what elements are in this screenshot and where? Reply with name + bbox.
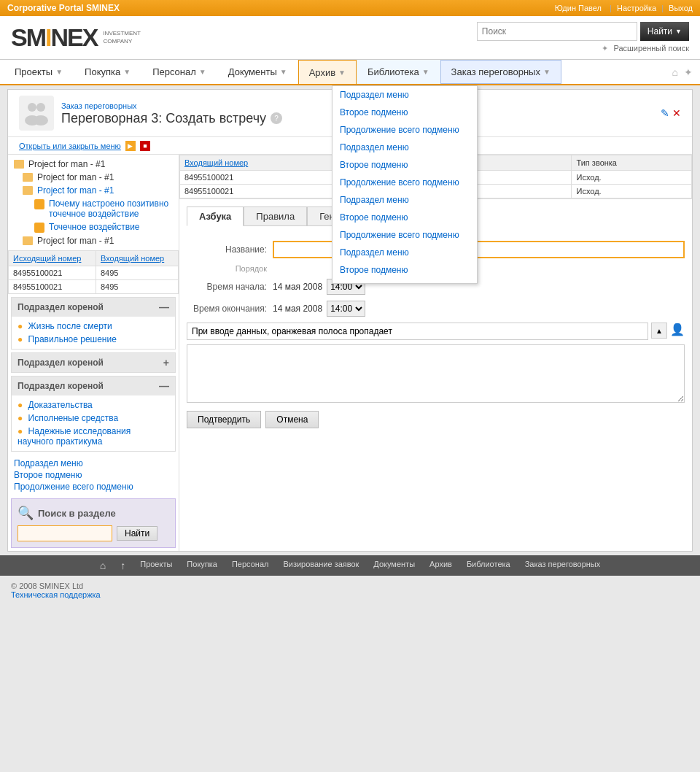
- tree-item-1[interactable]: Project for man - #1: [8, 171, 179, 184]
- confirm-button[interactable]: Подтвердить: [187, 411, 261, 428]
- footer-link-archive[interactable]: Архив: [429, 560, 452, 571]
- dropdown-item-11[interactable]: Продолжение всего подменю: [332, 279, 477, 283]
- calls-table: Исходящий номер Входящий номер 849551000…: [8, 250, 179, 294]
- hint-btn-up[interactable]: ▲: [651, 323, 667, 339]
- section-header-2: Подраздел кореной —: [12, 377, 175, 395]
- settings-icon[interactable]: ✦: [684, 66, 693, 78]
- name-label: Название:: [187, 244, 267, 255]
- tree-item-5[interactable]: Project for man - #1: [8, 234, 179, 247]
- search-section-icon: 🔍: [18, 505, 34, 521]
- support-link[interactable]: Техническая поддержка: [11, 590, 101, 599]
- footer-link-documents[interactable]: Документы: [373, 560, 415, 571]
- col-incoming-right: Входящий номер: [180, 155, 356, 171]
- nav-item-archive[interactable]: Архив ▼: [298, 60, 357, 84]
- section-link-0-0: ● Жизнь после смерти: [18, 320, 169, 333]
- section-content-0: ● Жизнь после смерти ● Правильное решени…: [12, 317, 175, 349]
- end-date: 14 мая 2008: [273, 304, 322, 314]
- nav-arrow-documents: ▼: [280, 68, 287, 76]
- menu-toggle-link[interactable]: Открыть или закрыть меню: [19, 142, 121, 150]
- end-time-select[interactable]: 14:00 14:30 15:00 15:30 16:00: [327, 301, 365, 317]
- nav-arrow-purchase: ▼: [123, 68, 131, 76]
- dropdown-item-1[interactable]: Второе подменю: [332, 104, 477, 121]
- menu-link-0[interactable]: Подраздел меню: [14, 458, 173, 469]
- hint-icon[interactable]: 👤: [670, 323, 685, 336]
- hint-input[interactable]: [187, 323, 648, 340]
- section-header-1: Подраздел кореной +: [12, 353, 175, 372]
- edit-icon[interactable]: ✎: [661, 107, 669, 119]
- footer-nav: ⌂ ↑ Проекты Покупка Персонал Визирование…: [0, 555, 700, 576]
- table-area: Исходящий номер Входящий номер 849551000…: [8, 250, 179, 294]
- form-buttons: Подтвердить Отмена: [187, 411, 685, 428]
- folder-icon-5: [23, 236, 33, 245]
- section-link-2-1: ● Исполненые средства: [18, 412, 169, 425]
- footer-link-purchase[interactable]: Покупка: [187, 560, 217, 571]
- portal-title: Corporative Portal SMINEX: [7, 3, 120, 13]
- section-toggle-2[interactable]: —: [159, 380, 169, 392]
- section-toggle-0[interactable]: —: [159, 301, 169, 313]
- col-incoming: Входящий номер: [96, 251, 178, 266]
- cancel-button[interactable]: Отмена: [265, 411, 319, 428]
- nav-item-projects[interactable]: Проекты ▼: [4, 60, 74, 84]
- section-block-2: Подраздел кореной — ● Доказательства ● И…: [11, 376, 176, 452]
- menu-link-2[interactable]: Продолжение всего подменю: [14, 481, 173, 493]
- doc-icon-3: [34, 199, 44, 209]
- tree-item-0[interactable]: Project for man - #1: [8, 158, 179, 171]
- doc-icon-4: [34, 223, 44, 233]
- form-textarea[interactable]: [187, 344, 685, 403]
- advanced-search-link[interactable]: Расширенный поиск: [613, 44, 689, 53]
- footer-link-visa[interactable]: Визирование заявок: [283, 560, 359, 571]
- dropdown-item-0[interactable]: Подраздел меню: [332, 86, 477, 104]
- nav-item-documents[interactable]: Документы ▼: [217, 60, 298, 84]
- folder-icon-1: [23, 173, 33, 182]
- search-section-input[interactable]: [18, 525, 112, 541]
- section-link-0-1: ● Правильное решение: [18, 333, 169, 346]
- footer-arrow-icon[interactable]: ↑: [120, 560, 125, 571]
- start-time-label: Время начала:: [187, 282, 267, 292]
- tab-rules[interactable]: Правила: [244, 206, 307, 226]
- search-button[interactable]: Найти ▼: [640, 22, 689, 41]
- breadcrumb-link[interactable]: Заказ переговорных: [61, 101, 137, 110]
- dropdown-item-9[interactable]: Подраздел меню: [332, 244, 477, 261]
- logout-link[interactable]: Выход: [669, 4, 693, 12]
- nav-item-meetings[interactable]: Заказ переговорных ▼: [440, 60, 561, 84]
- home-icon[interactable]: ⌂: [672, 66, 678, 78]
- copyright-text: © 2008 SMINEX Ltd: [11, 582, 689, 590]
- tree-item-2[interactable]: Project for man - #1: [8, 184, 179, 197]
- dropdown-item-7[interactable]: Второе подменю: [332, 209, 477, 226]
- delete-icon[interactable]: ✕: [672, 107, 681, 119]
- settings-link[interactable]: Настройка: [617, 4, 656, 12]
- footer-link-personnel[interactable]: Персонал: [232, 560, 269, 571]
- dropdown-item-8[interactable]: Продолжение всего подменю: [332, 226, 477, 244]
- dropdown-item-2[interactable]: Продолжение всего подменю: [332, 121, 477, 139]
- dropdown-item-3[interactable]: Подраздел меню: [332, 139, 477, 156]
- nav-item-library[interactable]: Библиотека ▼: [357, 60, 440, 84]
- search-section-button[interactable]: Найти: [117, 526, 158, 541]
- nav-bar: Проекты ▼ Покупка ▼ Персонал ▼ Документы…: [0, 60, 700, 85]
- nav-item-personnel[interactable]: Персонал ▼: [141, 60, 217, 84]
- menu-link-1[interactable]: Второе подменю: [14, 469, 173, 481]
- dropdown-item-6[interactable]: Подраздел меню: [332, 191, 477, 209]
- order-label: Порядок: [187, 264, 267, 273]
- dropdown-item-5[interactable]: Продолжение всего подменю: [332, 174, 477, 191]
- nav-right-icons: ⌂ ✦: [672, 60, 696, 84]
- menu-toggle-icon-close[interactable]: ■: [140, 140, 150, 151]
- nav-item-purchase[interactable]: Покупка ▼: [74, 60, 141, 84]
- tree-item-3[interactable]: Почему настроено позитивно точечное возд…: [8, 197, 179, 220]
- footer-link-projects[interactable]: Проекты: [140, 560, 172, 571]
- logo-area: SMINEX INVESTMENT COMPANY: [11, 23, 141, 52]
- dropdown-scroll[interactable]: Подраздел меню Второе подменю Продолжени…: [332, 86, 477, 283]
- bottom-left-menu: Подраздел меню Второе подменю Продолжени…: [8, 455, 179, 495]
- menu-toggle-icon-open[interactable]: ▶: [125, 140, 136, 151]
- dropdown-item-10[interactable]: Второе подменю: [332, 261, 477, 279]
- section-toggle-1[interactable]: +: [163, 357, 169, 368]
- footer-home-icon[interactable]: ⌂: [100, 560, 106, 571]
- footer-link-library[interactable]: Библиотека: [467, 560, 510, 571]
- page-icon: [19, 96, 54, 131]
- tree-item-4[interactable]: Точечное воздействие: [8, 220, 179, 234]
- help-icon[interactable]: ?: [271, 112, 282, 124]
- search-input[interactable]: [477, 22, 637, 41]
- table-row-1: 84955100021 8495: [9, 280, 179, 294]
- footer-link-meetings[interactable]: Заказ переговорных: [525, 560, 601, 571]
- tab-azbuka[interactable]: Азбука: [187, 206, 244, 226]
- dropdown-item-4[interactable]: Второе подменю: [332, 156, 477, 174]
